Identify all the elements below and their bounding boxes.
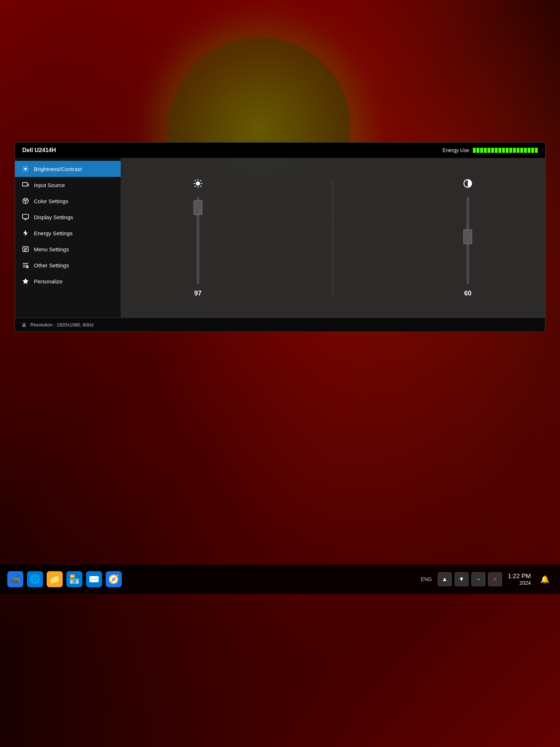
osd-sidebar: Brightness/Contrast Input Source — [15, 158, 121, 318]
resolution-icon: 🖥 — [22, 322, 27, 328]
menu-item-display-settings[interactable]: Display Settings — [15, 209, 121, 225]
menu-label-other: Other Settings — [34, 262, 69, 268]
energy-seg-10 — [506, 148, 509, 153]
clock-date: 2024 — [508, 580, 531, 586]
taskbar-apps: 📹 🌐 📁 🏪 ✉️ 🧭 — [7, 571, 122, 587]
svg-line-33 — [200, 186, 201, 187]
brightness-value: 97 — [194, 290, 202, 297]
osd-content-area: 97 60 — [121, 158, 545, 318]
nav-enter-button[interactable]: → — [471, 572, 485, 586]
energy-label: Energy Use — [443, 147, 469, 153]
input-icon — [22, 181, 30, 189]
energy-seg-6 — [491, 148, 494, 153]
svg-point-13 — [25, 201, 26, 202]
app-store[interactable]: 🏪 — [66, 571, 82, 587]
menu-item-energy-settings[interactable]: Energy Settings — [15, 225, 121, 241]
menu-label-personalize: Personalize — [34, 278, 62, 285]
energy-seg-7 — [495, 148, 498, 153]
nav-down-button[interactable]: ▼ — [455, 572, 468, 586]
osd-footer: 🖥 Resolution : 1920x1080, 60Hz — [15, 318, 545, 332]
taskbar-clock: 1:22 PM 2024 — [508, 573, 531, 586]
menu-item-other-settings[interactable]: Other Settings — [15, 257, 121, 273]
menu-settings-icon — [22, 245, 30, 253]
svg-point-11 — [24, 199, 25, 201]
energy-indicator: Energy Use — [443, 147, 538, 153]
energy-seg-1 — [473, 148, 476, 153]
svg-point-0 — [24, 168, 27, 170]
taskbar: 📹 🌐 📁 🏪 ✉️ 🧭 ENG ▲ ▼ → ✕ 1:22 PM 2024 — [0, 565, 560, 594]
app-edge[interactable]: 🌐 — [27, 571, 43, 587]
menu-item-color-settings[interactable]: Color Settings — [15, 193, 121, 209]
nav-up-button[interactable]: ▲ — [438, 572, 452, 586]
menu-item-input-source[interactable]: Input Source — [15, 177, 121, 193]
svg-line-6 — [27, 171, 28, 171]
svg-rect-14 — [23, 214, 29, 219]
energy-seg-4 — [484, 148, 487, 153]
menu-item-personalize[interactable]: Personalize — [15, 273, 121, 289]
osd-body: Brightness/Contrast Input Source — [15, 158, 545, 318]
brightness-slider-control: 97 — [193, 165, 203, 310]
svg-rect-9 — [23, 182, 27, 186]
app-meet[interactable]: 📹 — [7, 571, 23, 587]
app-compass[interactable]: 🧭 — [106, 571, 122, 587]
slider-divider — [332, 180, 333, 296]
menu-label-energy: Energy Settings — [34, 230, 73, 236]
monitor-area: Dell U2414H Energy Use — [15, 142, 545, 528]
files-icon: 📁 — [49, 574, 60, 584]
app-mail[interactable]: ✉️ — [86, 571, 102, 587]
nav-close-button[interactable]: ✕ — [488, 572, 502, 586]
energy-seg-3 — [480, 148, 483, 153]
brightness-thumb[interactable] — [194, 200, 202, 215]
display-icon — [22, 213, 30, 221]
color-icon — [22, 197, 30, 205]
svg-line-34 — [200, 180, 201, 181]
menu-label-input: Input Source — [34, 182, 65, 188]
brightness-sun-icon — [193, 178, 203, 191]
edge-icon: 🌐 — [30, 574, 40, 584]
energy-seg-18 — [535, 148, 538, 153]
contrast-thumb[interactable] — [463, 229, 472, 244]
menu-label-display: Display Settings — [34, 214, 73, 220]
svg-line-35 — [195, 186, 195, 187]
compass-icon: 🧭 — [108, 574, 119, 584]
menu-item-brightness-contrast[interactable]: Brightness/Contrast — [15, 161, 121, 177]
energy-seg-14 — [520, 148, 523, 153]
app-files[interactable]: 📁 — [47, 571, 63, 587]
language-label: ENG — [421, 576, 432, 582]
osd-nav-buttons: ▲ ▼ → ✕ — [438, 572, 502, 586]
contrast-value: 60 — [464, 290, 471, 297]
menu-label-color: Color Settings — [34, 198, 68, 204]
menu-label-menu: Menu Settings — [34, 246, 69, 252]
contrast-icon — [463, 178, 473, 191]
svg-line-32 — [195, 180, 195, 181]
clock-time: 1:22 PM — [508, 573, 531, 580]
energy-seg-13 — [517, 148, 520, 153]
energy-bar — [473, 148, 538, 153]
svg-point-27 — [196, 182, 199, 185]
resolution-text: Resolution : 1920x1080, 60Hz — [30, 322, 94, 328]
sun-icon — [22, 165, 30, 173]
monitor-model: Dell U2414H — [22, 147, 56, 154]
mail-icon: ✉️ — [89, 574, 100, 584]
store-icon: 🏪 — [69, 574, 80, 584]
menu-item-menu-settings[interactable]: Menu Settings — [15, 241, 121, 257]
contrast-track[interactable] — [466, 197, 469, 284]
svg-line-5 — [23, 167, 24, 167]
osd-header: Dell U2414H Energy Use — [15, 143, 545, 158]
energy-seg-8 — [498, 148, 501, 153]
energy-seg-9 — [502, 148, 505, 153]
other-settings-icon — [22, 261, 30, 269]
energy-seg-11 — [509, 148, 512, 153]
notifications-icon[interactable]: 🔔 — [537, 571, 553, 587]
svg-line-8 — [23, 171, 24, 171]
energy-seg-12 — [513, 148, 516, 153]
osd-container: Dell U2414H Energy Use — [15, 142, 545, 332]
energy-seg-2 — [477, 148, 479, 153]
brightness-track[interactable] — [197, 197, 199, 284]
svg-point-12 — [26, 199, 27, 201]
menu-label-brightness: Brightness/Contrast — [34, 166, 82, 172]
energy-seg-5 — [487, 148, 490, 153]
svg-line-7 — [27, 167, 28, 167]
star-icon — [22, 277, 30, 285]
energy-icon — [22, 229, 30, 237]
